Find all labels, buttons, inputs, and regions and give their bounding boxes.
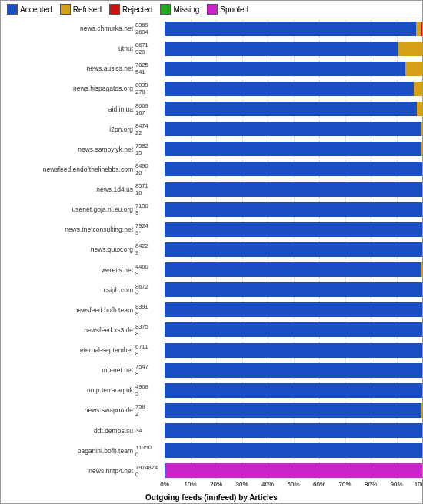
bar-stack <box>165 162 422 176</box>
row-values: 849010 <box>135 162 165 176</box>
x-axis-section: 0%10%20%30%40%50%60%70%80%90%100% Outgoi… <box>1 481 422 503</box>
table-row: news.swapon.de7582 <box>1 402 422 419</box>
row-values: 86729 <box>135 283 165 297</box>
bar-stack <box>165 202 422 217</box>
bar-stack <box>165 403 422 418</box>
bar-segment-accepted <box>165 343 422 358</box>
bar-stack <box>165 443 422 458</box>
bar-stack <box>165 102 422 116</box>
bar-segment-accepted <box>165 423 422 438</box>
x-axis-label: 100% <box>415 481 422 488</box>
legend-item-spooled: Spooled <box>207 4 248 15</box>
bar-segment-accepted <box>165 22 416 36</box>
bar-area <box>165 342 422 359</box>
bar-stack <box>165 42 422 56</box>
bar-area <box>165 201 422 219</box>
legend-item-refused: Refused <box>60 4 102 15</box>
table-row: news.samoylyk.net758215 <box>1 140 422 158</box>
bar-stack <box>165 182 422 197</box>
legend-label-accepted: Accepted <box>20 5 52 14</box>
bar-segment-accepted <box>165 282 422 297</box>
table-row: nntp.terraraq.uk49685 <box>1 382 422 399</box>
row-values: 7825541 <box>135 62 165 75</box>
bar-stack <box>165 22 422 36</box>
row-values: 19748740 <box>135 464 165 478</box>
legend-item-accepted: Accepted <box>7 4 52 15</box>
row-label: utnut <box>1 45 135 52</box>
bar-segment-accepted <box>165 383 422 398</box>
bar-stack <box>165 383 422 398</box>
bar-stack <box>165 122 422 136</box>
bar-stack <box>165 322 422 337</box>
table-row: aid.in.ua8669167 <box>1 100 422 118</box>
row-label: newsfeed.bofh.team <box>1 306 135 314</box>
row-label: news.1d4.us <box>1 185 135 193</box>
bar-segment-rejected <box>421 22 422 36</box>
table-row: eternal-september67118 <box>1 342 422 359</box>
bar-segment-accepted <box>165 322 422 337</box>
bar-area <box>165 160 422 178</box>
table-row: csiph.com86729 <box>1 281 422 299</box>
bar-segment-accepted <box>165 262 421 277</box>
legend-color-accepted <box>7 4 18 15</box>
row-values: 84229 <box>135 242 165 256</box>
bar-area <box>165 422 422 439</box>
legend-color-spooled <box>207 4 218 15</box>
bar-area <box>165 281 422 299</box>
bar-segment-accepted <box>165 102 417 116</box>
bar-stack <box>165 282 422 297</box>
bar-segment-accepted <box>165 403 421 418</box>
bar-stack <box>165 302 422 317</box>
legend-item-missing: Missing <box>160 4 199 15</box>
bar-area <box>165 301 422 319</box>
row-label: eternal-september <box>1 346 135 354</box>
row-label: newsfeed.xs3.de <box>1 326 135 334</box>
row-values: 113500 <box>135 444 165 458</box>
row-values: 758215 <box>135 142 165 156</box>
x-axis-label: 50% <box>287 481 299 488</box>
bar-stack <box>165 222 422 237</box>
bar-stack <box>165 423 422 438</box>
table-row: newsfeed.xs3.de83758 <box>1 321 422 339</box>
bar-segment-refused <box>398 42 422 56</box>
bar-segment-accepted <box>165 182 422 197</box>
legend-color-missing <box>160 4 171 15</box>
row-values: 7582 <box>135 403 165 417</box>
bar-area <box>165 321 422 339</box>
bar-segment-spooled <box>165 463 422 478</box>
legend-color-refused <box>60 4 71 15</box>
bar-area <box>165 20 422 38</box>
bar-segment-refused <box>405 62 422 76</box>
legend-label-rejected: Rejected <box>122 5 152 14</box>
table-row: paganini.bofh.team113500 <box>1 442 422 459</box>
legend-label-spooled: Spooled <box>220 5 248 14</box>
row-values: 8669167 <box>135 102 165 116</box>
table-row: ddt.demos.su34 <box>1 422 422 439</box>
row-values: 34 <box>135 427 165 434</box>
bar-area <box>165 181 422 199</box>
table-row: weretis.net44609 <box>1 261 422 279</box>
row-label: weretis.net <box>1 266 135 274</box>
bar-segment-accepted <box>165 62 405 76</box>
bar-area <box>165 100 422 118</box>
bar-stack <box>165 343 422 358</box>
bar-segment-accepted <box>165 242 422 257</box>
bar-stack <box>165 142 422 156</box>
bar-segment-accepted <box>165 162 422 176</box>
legend-color-rejected <box>109 4 120 15</box>
bar-area <box>165 442 422 459</box>
table-row: news.chmurka.net83692694 <box>1 20 422 38</box>
table-row: newsfeed.bofh.team83918 <box>1 301 422 319</box>
table-row: news.tnetconsulting.net79249 <box>1 221 422 239</box>
row-label: usenet.goja.nl.eu.org <box>1 205 135 213</box>
table-row: news.quux.org84229 <box>1 241 422 259</box>
table-row: mb-net.net75478 <box>1 362 422 379</box>
row-values: 79249 <box>135 222 165 236</box>
table-row: news.ausics.net7825541 <box>1 60 422 78</box>
bar-stack <box>165 262 422 277</box>
bar-segment-accepted <box>165 302 422 317</box>
bar-segment-accepted <box>165 363 422 378</box>
row-label: news.ausics.net <box>1 65 135 72</box>
row-label: news.hispagatos.org <box>1 85 135 92</box>
bar-area <box>165 120 422 138</box>
